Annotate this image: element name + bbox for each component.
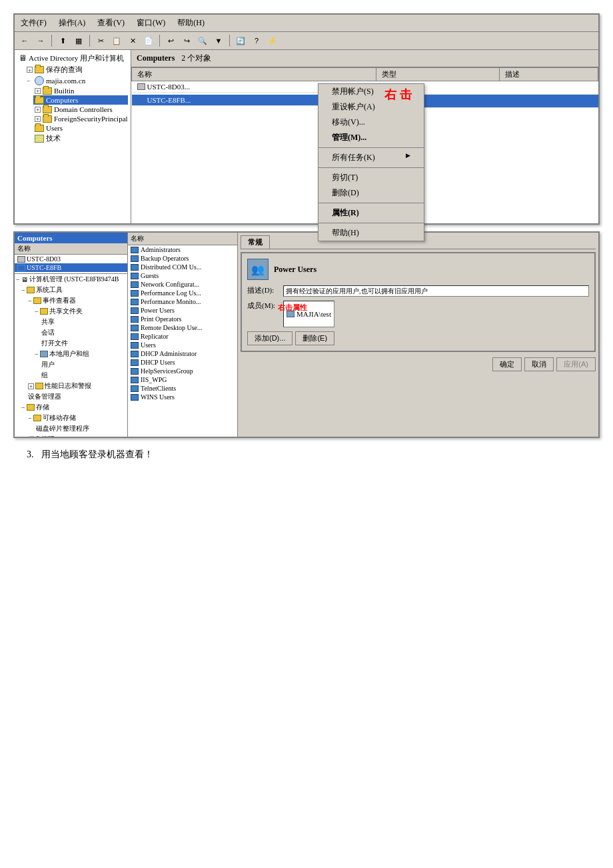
back-button[interactable]: ← [17, 34, 32, 47]
ctx-move[interactable]: 移动(V)... [318, 115, 424, 130]
win2-shares[interactable]: 共享 会话 打开文件 [33, 317, 127, 349]
expand-icon[interactable]: + [27, 67, 33, 73]
win2-dev-mgr[interactable]: 设备管理器 [27, 391, 127, 402]
prop-buttons-row: 添加(D)... 删除(E) [247, 331, 589, 345]
col-desc[interactable]: 描述 [500, 68, 598, 81]
paste-button[interactable]: 📄 [141, 34, 156, 47]
separator-1 [51, 35, 52, 47]
ctx-cut[interactable]: 剪切(T) [318, 170, 424, 185]
menu-help[interactable]: 帮助(H) [174, 16, 208, 30]
help-btn[interactable]: ? [249, 34, 264, 47]
win2-tree-root[interactable]: − 🖥 计算机管理 (USTC-E8FB9474B [15, 274, 127, 285]
ctx-help[interactable]: 帮助(H) [318, 225, 424, 241]
tree-builtin[interactable]: + Builtin [17, 86, 128, 95]
mid-item-17[interactable]: WINS Users [128, 393, 237, 401]
plus-perf[interactable]: + [28, 383, 34, 389]
mid-item-4[interactable]: Network Configurat... [128, 280, 237, 289]
mid-item-5[interactable]: Performance Log Us... [128, 289, 237, 297]
remove-button[interactable]: 删除(E) [295, 331, 334, 345]
tree-users[interactable]: Users [17, 123, 128, 133]
expand-builtin[interactable]: + [35, 88, 41, 94]
col-name[interactable]: 名称 [132, 68, 376, 81]
tree-item-label: 保存的查询 [46, 65, 83, 75]
tree-saved-queries[interactable]: + 保存的查询 [17, 64, 128, 75]
tree-dc[interactable]: + Domain Controllers [17, 105, 128, 114]
cancel-button[interactable]: 取消 [524, 357, 554, 371]
separator-3 [159, 35, 160, 47]
mid-item-8[interactable]: Print Operators [128, 315, 237, 323]
mid-item-14[interactable]: HelpServicesGroup [128, 367, 237, 375]
apply-button[interactable]: 应用(A) [556, 357, 596, 371]
mid-item-12[interactable]: DHCP Administrator [128, 349, 237, 358]
mid-item-10[interactable]: Replicator [128, 332, 237, 341]
win2-user-items[interactable]: 用户 组 [33, 359, 127, 381]
ctx-properties[interactable]: 属性(R) [318, 205, 424, 221]
tree-foreign[interactable]: + ForeignSecurityPrincipal [17, 114, 128, 123]
win2-event-viewer[interactable]: − 事件查看器 [27, 295, 127, 306]
ctx-delete[interactable]: 删除(D) [318, 185, 424, 201]
group-icon-5 [131, 290, 139, 297]
col-type[interactable]: 类型 [376, 68, 500, 81]
win2-share-folder[interactable]: − 共享文件夹 共享 会话 打开文件 [27, 306, 127, 349]
filter-button[interactable]: ▼ [211, 34, 226, 47]
win2-computer-item1[interactable]: USTC-8D03 [15, 255, 127, 263]
tree-tech[interactable]: 技术 [17, 133, 128, 144]
win2-computer-item2[interactable]: USTC-E8FB [15, 263, 127, 272]
builtin-folder [43, 87, 52, 95]
win2-disk-mgr[interactable]: 磁盘管理 [27, 434, 127, 437]
win2-storage[interactable]: − 存储 [20, 402, 127, 413]
win2-removable[interactable]: − 可移动存储 [27, 413, 127, 423]
menu-action[interactable]: 操作(A) [55, 16, 89, 30]
mid-item-6[interactable]: Performance Monito... [128, 297, 237, 306]
row2-desc [500, 95, 598, 108]
mid-item-11[interactable]: Users [128, 341, 237, 349]
mid-item-16[interactable]: TelnetClients [128, 384, 237, 393]
content-title: Computers [137, 53, 175, 63]
mid-item-15[interactable]: IIS_WPG [128, 375, 237, 384]
win2-sys-tools[interactable]: − 系统工具 [20, 285, 127, 295]
tree-computers[interactable]: Computers [17, 95, 128, 105]
add-button[interactable]: 添加(D)... [247, 331, 293, 345]
mid-item-0[interactable]: Administrators [128, 245, 237, 254]
menu-file[interactable]: 文件(F) [17, 16, 50, 30]
mid-item-9[interactable]: Remote Desktop Use... [128, 323, 237, 332]
refresh-button[interactable]: 🔄 [233, 34, 248, 47]
grid-button[interactable]: ▦ [71, 34, 86, 47]
ok-button[interactable]: 确定 [492, 357, 522, 371]
expand-foreign[interactable]: + [35, 116, 41, 122]
cut-button[interactable]: ✂ [93, 34, 108, 47]
ctx-manage[interactable]: 管理(M)... [318, 130, 424, 145]
up-button[interactable]: ⬆ [55, 34, 70, 47]
expand-dc[interactable]: + [35, 107, 41, 113]
forward-button[interactable]: → [33, 34, 48, 47]
mid-item-3[interactable]: Guests [128, 271, 237, 280]
tree-domain[interactable]: − majia.com.cn [17, 75, 128, 86]
redo-button[interactable]: ↪ [179, 34, 194, 47]
mid-item-2[interactable]: Distributed COM Us... [128, 263, 237, 271]
undo-button[interactable]: ↩ [163, 34, 178, 47]
mid-item-7[interactable]: Power Users [128, 306, 237, 315]
tab-general[interactable]: 常规 [241, 235, 270, 249]
prop-desc-input[interactable]: 拥有经过验证的应用用户,也可以拥有旧应用用户 [283, 285, 589, 297]
mid-item-1[interactable]: Backup Operators [128, 254, 237, 263]
mid-items-container: AdministratorsBackup OperatorsDistribute… [128, 245, 237, 401]
connect-button[interactable]: ⚡ [265, 34, 280, 47]
delete-button[interactable]: ✕ [125, 34, 140, 47]
toolbar: ← → ⬆ ▦ ✂ 📋 ✕ 📄 ↩ ↪ 🔍 ▼ 🔄 ? ⚡ [15, 32, 598, 50]
mid-item-label-17: WINS Users [141, 393, 175, 401]
prop-icon: 👥 [247, 259, 269, 280]
menu-view[interactable]: 查看(V) [94, 16, 128, 30]
mid-item-label-7: Power Users [141, 307, 175, 314]
mid-item-label-5: Performance Log Us... [141, 289, 201, 297]
win2-defrag[interactable]: 磁盘碎片整理程序 [27, 423, 127, 434]
menu-window[interactable]: 窗口(W) [133, 16, 169, 30]
ctx-all-tasks[interactable]: 所有任务(K) [318, 150, 424, 165]
main-area: 🖥 Active Directory 用户和计算机 + 保存的查询 − maji… [15, 50, 598, 223]
find-button[interactable]: 🔍 [195, 34, 210, 47]
group-icon-17 [131, 394, 139, 401]
win2-perf-log[interactable]: + 性能日志和警报 [27, 381, 127, 391]
win2-local-users[interactable]: − 本地用户和组 用户 组 [27, 349, 127, 381]
tree-root[interactable]: 🖥 Active Directory 用户和计算机 [17, 53, 128, 64]
copy-button[interactable]: 📋 [109, 34, 124, 47]
mid-item-13[interactable]: DHCP Users [128, 358, 237, 367]
